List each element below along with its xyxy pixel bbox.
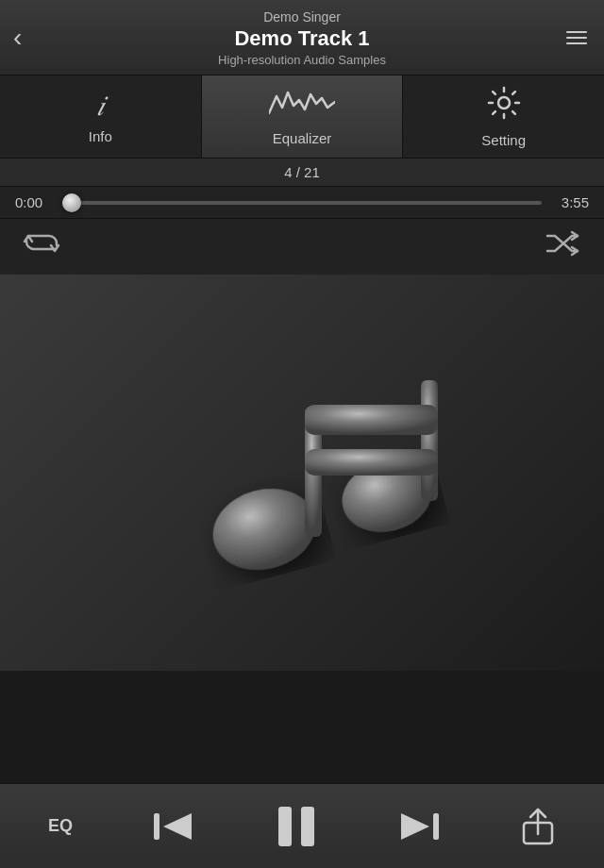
- tab-info-label: Info: [89, 128, 112, 144]
- progress-thumb[interactable]: [62, 193, 81, 212]
- prev-button[interactable]: [143, 798, 205, 855]
- next-button[interactable]: [388, 798, 450, 855]
- tab-info[interactable]: 𝑖 Info: [0, 75, 202, 158]
- header-title: Demo Track 1: [15, 26, 589, 51]
- svg-rect-6: [305, 449, 438, 476]
- tab-setting-label: Setting: [481, 132, 526, 148]
- progress-area: 0:00 3:55: [0, 187, 604, 219]
- svg-rect-5: [305, 405, 438, 435]
- svg-point-0: [498, 97, 510, 108]
- menu-line-3: [566, 42, 587, 44]
- progress-track[interactable]: [62, 201, 542, 205]
- controls-row: [0, 219, 604, 275]
- svg-marker-12: [401, 813, 429, 840]
- tab-equalizer[interactable]: Equalizer: [202, 75, 404, 158]
- track-counter: 4 / 21: [0, 159, 604, 187]
- svg-rect-4: [421, 380, 438, 501]
- player-bar: EQ: [0, 783, 604, 868]
- tab-setting[interactable]: Setting: [403, 75, 604, 158]
- gear-icon: [487, 86, 521, 126]
- back-button[interactable]: ‹: [13, 25, 22, 51]
- share-icon: [520, 806, 556, 847]
- eq-label: EQ: [48, 816, 73, 836]
- total-time: 3:55: [553, 194, 589, 210]
- loop-button[interactable]: [19, 225, 64, 269]
- menu-line-1: [566, 31, 587, 33]
- music-note-icon: [142, 312, 462, 633]
- header: ‹ Demo Singer Demo Track 1 High-resoluti…: [0, 0, 604, 75]
- svg-rect-7: [154, 813, 159, 840]
- svg-rect-9: [278, 807, 292, 846]
- menu-line-2: [566, 37, 587, 39]
- current-time: 0:00: [15, 194, 51, 210]
- svg-marker-8: [163, 813, 192, 840]
- header-subtitle: High-resolution Audio Samples: [15, 53, 589, 67]
- svg-rect-10: [301, 807, 314, 846]
- tab-bar: 𝑖 Info Equalizer Setting: [0, 75, 604, 159]
- pause-icon: [275, 803, 318, 850]
- album-art: [0, 275, 604, 671]
- header-artist: Demo Singer: [15, 9, 589, 25]
- shuffle-button[interactable]: [540, 225, 585, 269]
- equalizer-icon: [269, 87, 335, 125]
- eq-button[interactable]: EQ: [41, 809, 80, 843]
- info-icon: 𝑖: [96, 90, 104, 123]
- next-icon: [395, 806, 443, 847]
- menu-button[interactable]: [562, 27, 591, 48]
- prev-icon: [150, 806, 197, 847]
- pause-button[interactable]: [267, 795, 326, 858]
- svg-rect-11: [433, 813, 439, 840]
- tab-equalizer-label: Equalizer: [273, 130, 332, 146]
- share-button[interactable]: [512, 798, 563, 855]
